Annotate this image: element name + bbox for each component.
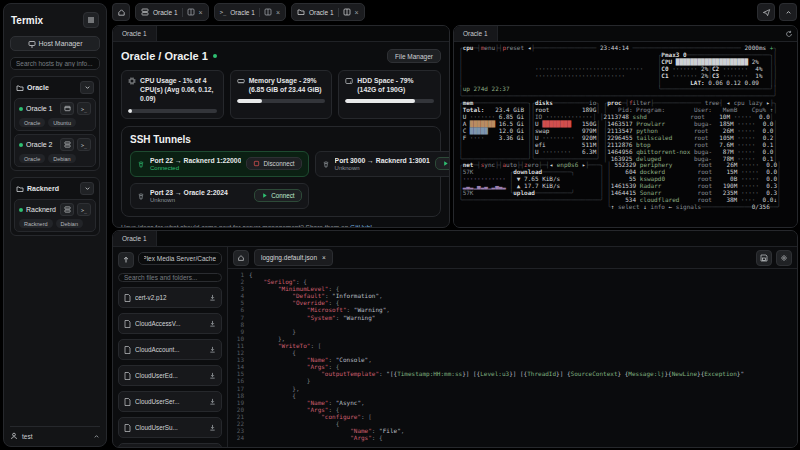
panel-tab[interactable]: Oracle 1 bbox=[454, 26, 498, 41]
file-item[interactable]: CloudAccount... bbox=[118, 339, 222, 360]
file-item[interactable]: CloudUserSer... bbox=[118, 391, 222, 412]
host-server-button[interactable] bbox=[60, 138, 74, 151]
save-icon bbox=[760, 254, 768, 262]
file-icon bbox=[124, 424, 131, 432]
download-icon[interactable] bbox=[209, 294, 216, 301]
host-item-oracle-1[interactable]: Oracle 1 >_ Oracle Ubuntu bbox=[14, 98, 96, 131]
panel-tab[interactable]: Oracle 1 bbox=[113, 231, 157, 246]
github-link[interactable]: GitHub! bbox=[350, 224, 372, 227]
host-group-oracle: Oracle Oracle 1 >_ Oracle Ubuntu Or bbox=[10, 76, 100, 171]
code-line: 24 "Args": { bbox=[228, 434, 797, 441]
up-directory-button[interactable] bbox=[118, 252, 134, 268]
tab-files-oracle-1[interactable]: Oracle 1 × bbox=[291, 3, 365, 21]
line-number: 3 bbox=[228, 285, 249, 292]
host-terminal-button[interactable]: >_ bbox=[77, 102, 91, 115]
hdd-icon bbox=[345, 77, 353, 85]
cpu-icon bbox=[128, 77, 136, 85]
split-view-icon[interactable] bbox=[343, 8, 351, 16]
code-area[interactable]: 1{2 "Serilog": {3 "MinimumLevel": {4 "De… bbox=[228, 269, 797, 447]
connect-button[interactable]: Connect bbox=[254, 189, 301, 202]
disconnect-label: Disconnect bbox=[263, 160, 294, 167]
line-number: 12 bbox=[228, 349, 249, 356]
send-button[interactable] bbox=[757, 3, 775, 21]
group-header[interactable]: Oracle bbox=[14, 80, 96, 95]
tab-server-oracle-1[interactable]: Oracle 1 × bbox=[135, 3, 209, 21]
host-file-manager-button[interactable] bbox=[60, 102, 74, 115]
terminal-screen[interactable]: ╭cpu─┤menu├┤preset ◂├───────────────── 2… bbox=[454, 42, 797, 227]
code-line: 6 "Microsoft": "Warning", bbox=[228, 306, 797, 313]
host-server-button[interactable] bbox=[60, 203, 74, 216]
host-manager-label: Host Manager bbox=[39, 40, 83, 47]
host-name: Oracle 1 bbox=[26, 105, 57, 112]
editor-tab[interactable]: logging.default.json × bbox=[254, 249, 333, 266]
memory-usage-label: Memory Usage - 29% (6.85 GiB of 23.44 Gi… bbox=[249, 76, 326, 94]
file-item[interactable]: CloudAccessV... bbox=[118, 313, 222, 334]
close-icon[interactable]: × bbox=[322, 254, 326, 261]
panel-tab[interactable]: Oracle 1 bbox=[113, 26, 157, 41]
host-group-racknerd: Racknerd Racknerd 1 >_ Racknerd Debian bbox=[10, 177, 100, 236]
download-icon[interactable] bbox=[209, 372, 216, 379]
group-collapse-button[interactable] bbox=[80, 182, 94, 195]
save-file-button[interactable] bbox=[756, 250, 772, 266]
collapse-panel-button[interactable] bbox=[779, 3, 797, 21]
code-line: 8 bbox=[228, 321, 797, 328]
memory-icon bbox=[237, 77, 245, 85]
tab-label: Oracle 1 bbox=[230, 9, 255, 16]
file-name: CloudAccessV... bbox=[135, 320, 205, 327]
sidebar-menu-button[interactable] bbox=[83, 12, 99, 28]
download-icon[interactable] bbox=[209, 320, 216, 327]
editor-settings-button[interactable] bbox=[776, 250, 792, 266]
file-item[interactable]: CloudUserEd... bbox=[118, 365, 222, 386]
path-input[interactable] bbox=[138, 252, 222, 265]
host-search-input[interactable] bbox=[10, 57, 100, 70]
tab-terminal-oracle-1[interactable]: >_ Oracle 1 × bbox=[214, 3, 286, 21]
feedback-footer: Have ideas for what should come next for… bbox=[121, 224, 441, 227]
close-icon[interactable]: × bbox=[199, 9, 203, 16]
user-menu[interactable]: test bbox=[10, 426, 100, 440]
host-tag: Debian bbox=[56, 219, 83, 228]
disconnect-button[interactable]: Disconnect bbox=[246, 157, 301, 170]
file-item[interactable]: cert-v2.p12 bbox=[118, 287, 222, 308]
file-name: CloudUserSer... bbox=[135, 398, 205, 405]
code-line: 15 "outputTemplate": "[{Timestamp:HH:mm:… bbox=[228, 370, 797, 377]
tunnel-route: Port 3000 → Racknerd 1:3001 bbox=[335, 157, 430, 164]
split-view-icon[interactable] bbox=[264, 8, 272, 16]
connect-button[interactable]: Connect bbox=[435, 157, 449, 170]
refresh-icon[interactable] bbox=[785, 30, 793, 38]
tunnel-icon bbox=[322, 160, 330, 168]
file-manager-panel: Oracle 1 cert-v2.p12 CloudAccessV... bbox=[112, 230, 798, 448]
close-icon[interactable]: × bbox=[355, 9, 359, 16]
tunnel-card: Port 23 → Oracle 2:2024 Unknown Connect bbox=[130, 183, 309, 209]
file-icon bbox=[124, 398, 131, 406]
host-item-racknerd-1[interactable]: Racknerd 1 >_ Racknerd Debian bbox=[14, 199, 96, 232]
host-terminal-button[interactable]: >_ bbox=[77, 203, 91, 216]
close-icon[interactable]: × bbox=[276, 9, 280, 16]
split-view-icon[interactable] bbox=[187, 8, 195, 16]
hdd-space-label: HDD Space - 79% (142G of 190G) bbox=[357, 76, 434, 94]
group-collapse-button[interactable] bbox=[80, 81, 94, 94]
status-dot bbox=[19, 107, 23, 111]
download-icon[interactable] bbox=[209, 424, 216, 431]
file-item[interactable]: CloudUserSu... bbox=[118, 417, 222, 438]
file-search-input[interactable] bbox=[118, 273, 222, 282]
file-icon bbox=[124, 320, 131, 328]
line-number: 5 bbox=[228, 299, 249, 306]
file-manager-button[interactable]: File Manager bbox=[387, 49, 441, 63]
file-name: CloudUserSu... bbox=[135, 424, 205, 431]
editor-home-button[interactable] bbox=[233, 250, 249, 266]
sidebar: Termix Host Manager Oracle Oracle 1 >_ bbox=[3, 3, 107, 447]
line-number: 8 bbox=[228, 321, 249, 328]
server-overview-panel: Oracle 1 Oracle / Oracle 1 File Manager … bbox=[112, 25, 450, 228]
home-button[interactable] bbox=[112, 3, 130, 21]
host-manager-button[interactable]: Host Manager bbox=[10, 36, 100, 51]
file-item[interactable]: CloudUser... bbox=[118, 443, 222, 447]
download-icon[interactable] bbox=[209, 346, 216, 353]
host-terminal-button[interactable]: >_ bbox=[77, 138, 91, 151]
user-icon bbox=[10, 432, 18, 440]
host-item-oracle-2[interactable]: Oracle 2 >_ Oracle Debian bbox=[14, 134, 96, 167]
monitor-icon bbox=[28, 40, 36, 48]
tab-label: Oracle 1 bbox=[309, 9, 334, 16]
group-header[interactable]: Racknerd bbox=[14, 181, 96, 196]
download-icon[interactable] bbox=[209, 398, 216, 405]
hdd-space-card: HDD Space - 79% (142G of 190G) bbox=[338, 70, 441, 119]
